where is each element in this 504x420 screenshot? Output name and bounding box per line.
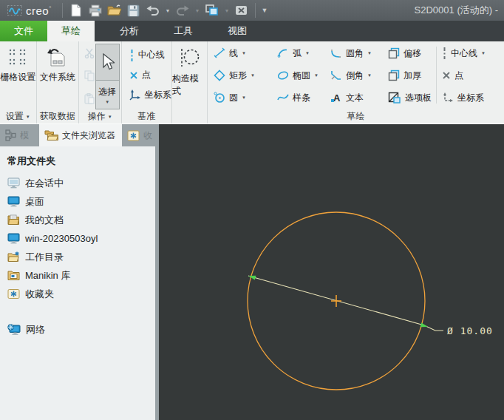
paste-button[interactable] [81, 90, 98, 106]
datum-point-button[interactable]: 点 [126, 67, 174, 84]
tab-favorites-label: 收 [143, 129, 152, 142]
spline-tool-button[interactable]: 样条 [274, 89, 327, 106]
grid-settings-button[interactable]: 栅格设置 [0, 44, 36, 109]
thicken-tool-button[interactable]: 加厚 [385, 67, 434, 84]
circle-center-cross[interactable] [331, 295, 341, 307]
creo-wave-icon [7, 5, 22, 16]
rectangle-tool-button[interactable]: 矩形 ▼ [211, 67, 274, 84]
line-tool-button[interactable]: 线 ▼ [211, 44, 274, 62]
chevron-down-icon: ▼ [251, 73, 255, 78]
model-tree-icon [5, 129, 16, 141]
tab-folder-browser[interactable]: 文件夹浏览器 [39, 124, 122, 146]
folder-item-manikin-library[interactable]: Manikin 库 [0, 266, 155, 285]
folder-item-computer[interactable]: win-20230503oyl [0, 229, 155, 248]
ribbon: 栅格设置 设置▼ 文件系统 获取数 [0, 41, 504, 124]
redo-dropdown[interactable]: ▼ [193, 2, 202, 18]
centerline-icon [129, 50, 134, 61]
tab-tools[interactable]: 工具 [160, 21, 207, 41]
group-sketch: 线 ▼ 矩形 ▼ 圆 ▼ [208, 41, 504, 123]
chamfer-tool-button[interactable]: 倒角 ▼ [327, 67, 385, 84]
file-system-button[interactable]: 文件系统 [37, 44, 78, 109]
tab-analysis[interactable]: 分析 [106, 21, 153, 41]
datum-csys-button[interactable]: 坐标系 [126, 87, 174, 104]
grid-settings-label: 栅格设置 [0, 71, 35, 84]
ellipse-tool-button[interactable]: 椭圆 ▼ [274, 67, 327, 84]
undo-button[interactable] [144, 2, 162, 18]
documents-folder-icon [7, 214, 20, 226]
tab-model-tree[interactable]: 模 [0, 124, 39, 146]
folder-item-desktop[interactable]: 桌面 [0, 192, 155, 211]
folder-item-my-documents[interactable]: 我的文档 [0, 211, 155, 229]
workspace: 模 文件夹浏览器 收 常用文件夹 [0, 124, 504, 420]
fillet-tool-button[interactable]: 圆角 ▼ [327, 44, 385, 62]
creo-logo: creo° [7, 4, 52, 17]
customize-toolbar-dropdown[interactable]: ▼ [260, 2, 269, 18]
construction-csys-button[interactable]: 坐标系 [439, 89, 504, 106]
circle-tool-button[interactable]: 圆 ▼ [211, 89, 274, 106]
svg-text:A: A [333, 92, 341, 104]
logo-text: creo° [26, 4, 52, 17]
chevron-down-icon: ▼ [242, 51, 246, 55]
close-button[interactable] [233, 2, 251, 18]
tab-file[interactable]: 文件 [0, 21, 47, 41]
chevron-down-icon: ▼ [314, 73, 319, 78]
arc-tool-button[interactable]: 弧 ▼ [274, 44, 327, 62]
chevron-down-icon: ▼ [367, 73, 372, 78]
tab-sketch[interactable]: 草绘 [47, 21, 95, 41]
select-label: 选择 [98, 86, 116, 98]
datum-centerline-button[interactable]: 中心线 [126, 47, 174, 64]
folder-item-working-directory[interactable]: 工作目录 [0, 248, 155, 266]
construction-circle-icon [177, 47, 201, 68]
text-tool-button[interactable]: A 文本 [327, 89, 385, 106]
tab-favorites[interactable]: 收 [122, 124, 159, 146]
construction-mode-button[interactable]: 构造模式 [172, 44, 207, 109]
windows-dropdown[interactable]: ▼ [222, 2, 231, 18]
ellipse-icon [277, 70, 289, 81]
cursor-arrow-icon [100, 53, 115, 71]
toolbar-separator [62, 3, 63, 18]
sketch-canvas[interactable]: Ø 10.00 [159, 124, 504, 420]
paste-icon [84, 93, 95, 104]
folder-item-favorites[interactable]: 收藏夹 [0, 285, 155, 303]
select-button[interactable]: 选择 ▼ [95, 44, 120, 109]
tab-view[interactable]: 视图 [214, 21, 261, 41]
group-label-construction [172, 109, 207, 123]
new-file-button[interactable] [67, 2, 85, 18]
print-button[interactable] [86, 2, 104, 18]
folder-item-in-session[interactable]: 在会话中 [0, 174, 155, 192]
title-bar: creo° ▼ ▼ ▼ [0, 0, 504, 21]
file-system-label: 文件系统 [40, 71, 75, 84]
construction-centerline-button[interactable]: 中心线 ▼ [439, 44, 504, 62]
dimension-arrow-right[interactable] [420, 322, 428, 327]
chevron-down-icon: ▼ [108, 115, 112, 119]
navigator-panel: 模 文件夹浏览器 收 常用文件夹 [0, 124, 159, 420]
favorites-star-icon [127, 130, 140, 141]
dimension-value[interactable]: Ø 10.00 [447, 325, 493, 336]
palette-tool-button[interactable]: 选项板 [385, 89, 434, 106]
group-settings: 栅格设置 设置▼ [0, 41, 37, 123]
dimension-leader-line[interactable] [248, 276, 443, 331]
open-button[interactable] [106, 2, 123, 18]
offset-icon [388, 47, 400, 59]
dimension-arrow-left[interactable] [248, 276, 256, 280]
windows-icon [205, 4, 219, 16]
construction-point-button[interactable]: 点 [439, 67, 504, 84]
redo-button[interactable] [174, 2, 191, 18]
save-button[interactable] [125, 2, 143, 18]
chevron-down-icon: ▼ [26, 115, 30, 119]
folder-item-network[interactable]: 网络 [0, 320, 155, 339]
group-label-operations[interactable]: 操作▼ [79, 109, 121, 123]
offset-tool-button[interactable]: 偏移 [385, 44, 434, 62]
undo-dropdown[interactable]: ▼ [163, 2, 172, 18]
scissors-icon [84, 48, 95, 58]
group-label-settings[interactable]: 设置▼ [0, 109, 36, 123]
toolbar-separator [255, 3, 256, 18]
copy-button[interactable] [81, 68, 98, 84]
tab-folder-browser-label: 文件夹浏览器 [62, 129, 115, 142]
cut-button[interactable] [81, 45, 98, 61]
undo-icon [146, 5, 160, 16]
common-folders-header: 常用文件夹 [0, 146, 155, 174]
group-construction: 构造模式 [172, 41, 208, 123]
windows-button[interactable] [203, 2, 221, 18]
chevron-down-icon: ▼ [305, 51, 310, 55]
